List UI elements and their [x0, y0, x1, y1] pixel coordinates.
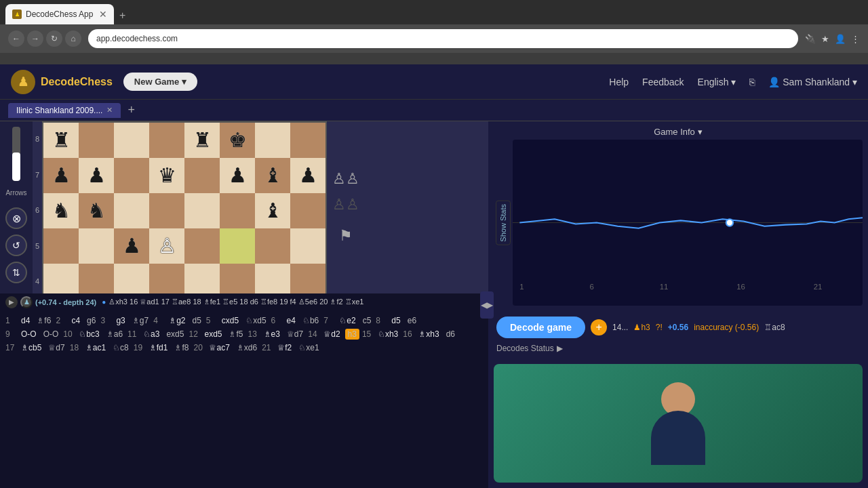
- game-info-dropdown-icon[interactable]: ▾: [698, 127, 703, 137]
- chess-piece[interactable]: ♜: [193, 130, 212, 150]
- chess-piece[interactable]: ♙: [158, 236, 176, 256]
- black-move[interactable]: c5: [361, 315, 374, 326]
- menu-icon[interactable]: ⋮: [851, 34, 860, 44]
- chess-square[interactable]: [290, 228, 326, 264]
- decode-plus-button[interactable]: +: [591, 319, 607, 336]
- chess-square[interactable]: [255, 123, 290, 158]
- white-move[interactable]: ♗ac1: [83, 342, 108, 353]
- help-nav-link[interactable]: Help: [609, 77, 629, 87]
- chess-square[interactable]: [184, 264, 220, 293]
- black-move[interactable]: ♘xd5: [243, 315, 268, 326]
- chess-square[interactable]: [114, 123, 149, 158]
- chess-square[interactable]: [184, 193, 220, 228]
- chess-square[interactable]: [220, 228, 255, 264]
- chess-square[interactable]: [255, 228, 290, 264]
- chess-piece[interactable]: ♝: [264, 201, 282, 221]
- black-move[interactable]: ♘xe1: [296, 342, 321, 353]
- chess-square[interactable]: [220, 193, 255, 228]
- black-move[interactable]: e6: [406, 315, 418, 326]
- white-move[interactable]: exd5: [202, 329, 224, 340]
- black-move[interactable]: ♗f8: [172, 342, 191, 353]
- chess-square[interactable]: [290, 193, 326, 228]
- new-game-button[interactable]: New Game ▾: [123, 73, 197, 91]
- black-move[interactable]: ♗g7: [130, 315, 151, 326]
- forward-button[interactable]: →: [27, 30, 43, 47]
- flip-board-button[interactable]: ↺: [5, 235, 27, 256]
- bookmark-icon[interactable]: ★: [821, 34, 829, 44]
- black-move[interactable]: ♗a6: [104, 329, 125, 340]
- engine-play-button[interactable]: ▶: [5, 296, 18, 308]
- chess-square[interactable]: ♟: [220, 158, 255, 193]
- add-tab-button[interactable]: +: [123, 103, 139, 117]
- chess-square[interactable]: [43, 264, 79, 293]
- white-move[interactable]: ♘xh3: [376, 329, 400, 340]
- back-button[interactable]: ←: [8, 30, 24, 47]
- chess-square[interactable]: ♟: [43, 158, 79, 193]
- chess-square[interactable]: [79, 228, 114, 264]
- no-arrows-button[interactable]: ⊗: [5, 207, 27, 229]
- chess-square[interactable]: [184, 228, 220, 264]
- move-list[interactable]: 1d4♗f62c4g63g3♗g74♗g2d55cxd5♘xd56e4♘b67♘…: [0, 311, 488, 489]
- chess-square[interactable]: ♜: [184, 123, 220, 158]
- chess-square[interactable]: [290, 264, 326, 293]
- chess-square[interactable]: ♟: [114, 228, 149, 264]
- chess-piece[interactable]: ♟: [52, 165, 71, 186]
- share-icon[interactable]: ⎘: [749, 77, 755, 87]
- chess-piece[interactable]: ♞: [87, 201, 106, 221]
- chess-square[interactable]: [149, 193, 184, 228]
- black-move[interactable]: ♗f5: [226, 329, 245, 340]
- chess-piece[interactable]: ♚: [229, 130, 247, 150]
- chess-square[interactable]: [43, 228, 79, 264]
- browser-tab[interactable]: ♟ DecodeChess App ✕: [5, 4, 114, 24]
- chess-square[interactable]: ♙: [149, 228, 184, 264]
- black-move[interactable]: ♕d7: [46, 342, 66, 353]
- chess-piece[interactable]: ♜: [52, 130, 71, 150]
- chess-square[interactable]: [114, 193, 149, 228]
- show-stats-button[interactable]: Show Stats: [496, 201, 511, 245]
- white-move[interactable]: cxd5: [220, 315, 241, 326]
- white-move[interactable]: ♘a3: [141, 329, 161, 340]
- extensions-icon[interactable]: 🔌: [805, 34, 816, 44]
- black-move[interactable]: O-O: [41, 329, 61, 340]
- chess-square[interactable]: ♟: [290, 158, 326, 193]
- chess-piece[interactable]: ♞: [52, 201, 71, 221]
- white-move[interactable]: ♘bc3: [77, 329, 101, 340]
- chess-square[interactable]: [149, 123, 184, 158]
- chess-square[interactable]: [114, 158, 149, 193]
- white-move[interactable]: d4: [19, 315, 32, 326]
- white-move[interactable]: O-O: [19, 329, 39, 340]
- chess-square[interactable]: ♟: [79, 158, 114, 193]
- chess-square[interactable]: ♝: [255, 158, 290, 193]
- language-nav-link[interactable]: English ▾: [698, 77, 736, 87]
- white-move[interactable]: ♗e3: [262, 329, 282, 340]
- panel-expand-toggle[interactable]: ◀▶: [480, 291, 494, 319]
- chess-square[interactable]: ♞: [79, 193, 114, 228]
- user-nav-link[interactable]: 👤 Sam Shankland ▾: [768, 77, 857, 87]
- chess-square[interactable]: ♞: [43, 193, 79, 228]
- chess-piece[interactable]: ♛: [158, 165, 176, 186]
- tab-close-btn[interactable]: ✕: [99, 9, 107, 20]
- settings-button[interactable]: ⇅: [5, 262, 27, 283]
- url-bar[interactable]: app.decodechess.com: [88, 29, 798, 48]
- chess-piece[interactable]: ♟: [87, 165, 106, 186]
- chess-square[interactable]: [290, 123, 326, 158]
- chess-square[interactable]: ♝: [255, 193, 290, 228]
- chess-square[interactable]: [184, 158, 220, 193]
- white-move[interactable]: ♕d2: [321, 329, 342, 340]
- refresh-button[interactable]: ↻: [46, 30, 62, 47]
- new-tab-button[interactable]: +: [114, 7, 131, 24]
- tab-close-icon[interactable]: ✕: [106, 106, 113, 115]
- chess-square[interactable]: [255, 264, 290, 293]
- chess-piece[interactable]: ♟: [123, 236, 141, 256]
- decode-game-button[interactable]: Decode game: [496, 317, 585, 338]
- black-move[interactable]: ♘b6: [300, 315, 321, 326]
- flag-icon[interactable]: ⚑: [339, 227, 353, 245]
- home-button[interactable]: ⌂: [65, 30, 81, 47]
- white-move[interactable]: ♕ac7: [207, 342, 231, 353]
- profile-icon[interactable]: 👤: [835, 34, 846, 44]
- white-move[interactable]: ♘e2: [337, 315, 357, 326]
- white-move[interactable]: e4: [285, 315, 298, 326]
- chess-piece[interactable]: ♟: [299, 165, 317, 186]
- feedback-nav-link[interactable]: Feedback: [642, 77, 684, 87]
- chess-square[interactable]: [79, 264, 114, 293]
